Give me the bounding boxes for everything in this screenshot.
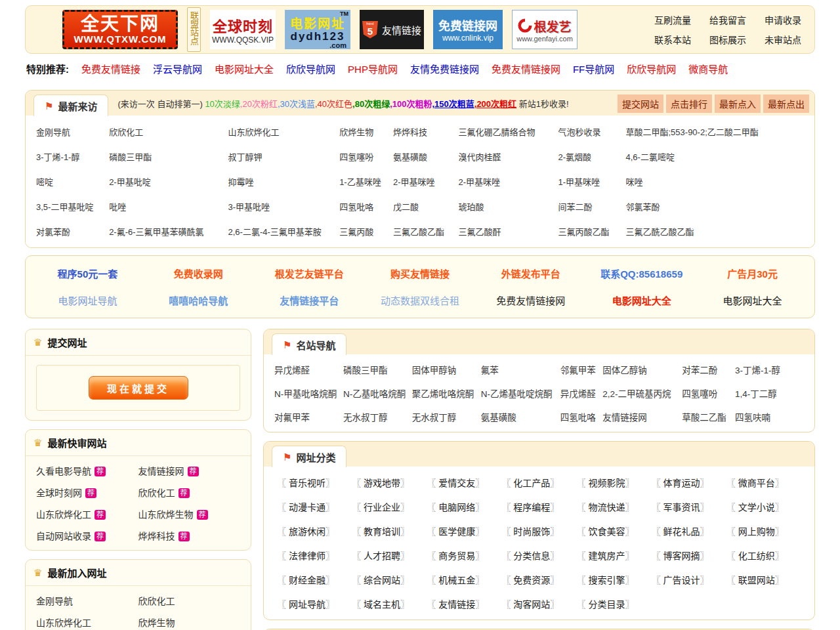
site-logo[interactable]: 全天下网 WWW.QTXW.COM <box>62 10 178 49</box>
fast-review-item[interactable]: 全球时刻网荐 <box>36 486 138 499</box>
famous-site-link[interactable]: N-乙烯基吡啶烷酮 <box>481 387 560 400</box>
category-link[interactable]: 〖 博客网摘〗 <box>652 549 726 562</box>
visitor-site-link[interactable]: 2-甲基吡啶 <box>109 173 228 190</box>
fast-review-item[interactable]: 自动网站收录荐 <box>36 529 138 542</box>
famous-site-link[interactable]: 聚乙烯吡咯烷酮 <box>412 387 481 400</box>
recommend-link[interactable]: 免费友情链接网 <box>492 62 560 75</box>
banner-genfayi[interactable]: 根发艺 www.genfayi.com <box>512 10 578 49</box>
visitor-site-link[interactable]: 三氟丙酸乙酯 <box>558 223 626 240</box>
visitor-site-link[interactable]: 2,6-二氯-4-三氟甲基苯胺 <box>228 223 339 240</box>
visitor-site-link[interactable]: 草酸二甲酯;553-90-2;乙二酸二甲酯 <box>626 123 805 140</box>
visitor-site-link[interactable]: 2-甲基咪唑 <box>393 173 458 190</box>
famous-site-link[interactable]: 异戊烯醛 <box>560 387 603 400</box>
visitor-site-link[interactable]: 1-乙基咪唑 <box>339 173 393 190</box>
tab-latest-visitors[interactable]: ⚑ 最新来访 <box>33 94 108 116</box>
visitor-site-link[interactable]: 三氟乙酸乙酯 <box>393 223 458 240</box>
newly-added-item[interactable]: 山东欣烨化工 <box>36 616 138 629</box>
ad-link[interactable]: 电影网址导航 <box>32 293 143 307</box>
famous-site-link[interactable]: 无水叔丁醇 <box>343 410 412 423</box>
category-link[interactable]: 〖 化工产品〗 <box>501 476 576 489</box>
recommend-link[interactable]: 欣欣导航网 <box>627 62 676 75</box>
visitor-site-link[interactable]: 三氟丙酸 <box>339 223 393 240</box>
category-link[interactable]: 〖 商务贸易〗 <box>427 549 501 562</box>
famous-site-link[interactable]: 四氢呋喃 <box>735 410 804 423</box>
famous-site-link[interactable]: 四氢吡咯 <box>560 410 603 423</box>
category-link[interactable]: 〖 友情链接〗 <box>427 597 501 610</box>
famous-site-link[interactable]: 1,4-丁二醇 <box>735 387 804 400</box>
visitors-nav-button[interactable]: 最新点入 <box>715 94 761 113</box>
visitor-site-link[interactable]: 琥珀酸 <box>458 198 558 215</box>
category-link[interactable]: 〖 网址导航〗 <box>277 597 352 610</box>
category-link[interactable]: 〖 音乐视听〗 <box>277 476 352 489</box>
header-link[interactable]: 互刷流量 <box>654 13 691 26</box>
visitor-site-link[interactable]: 3-丁烯-1-醇 <box>36 148 109 165</box>
ad-link[interactable]: 免费收录网 <box>143 266 254 280</box>
header-link[interactable]: 图标展示 <box>709 33 746 46</box>
category-link[interactable]: 〖 电脑网络〗 <box>427 500 501 513</box>
category-link[interactable]: 〖 鲜花礼品〗 <box>652 524 726 537</box>
category-link[interactable]: 〖 搜索引擎〗 <box>577 573 652 586</box>
category-link[interactable]: 〖 军事资讯〗 <box>652 500 726 513</box>
visitor-site-link[interactable]: 四氢吡咯 <box>339 198 393 215</box>
ad-link[interactable]: 电影网址大全 <box>697 293 808 307</box>
visitors-nav-button[interactable]: 提交网站 <box>618 94 663 113</box>
famous-site-link[interactable]: N-乙基吡咯烷酮 <box>343 387 412 400</box>
ad-link[interactable]: 友情链接平台 <box>254 293 365 307</box>
fast-review-item[interactable]: 欣欣化工荐 <box>138 486 241 499</box>
ad-link[interactable]: 程序50元一套 <box>32 266 143 280</box>
visitor-site-link[interactable]: 氨基磺酸 <box>393 148 458 165</box>
visitor-site-link[interactable]: 1-甲基咪唑 <box>558 173 626 190</box>
recommend-link[interactable]: 浮云导航网 <box>153 62 202 75</box>
visitor-site-link[interactable]: 2-氯烟酸 <box>558 148 626 165</box>
ad-link[interactable]: 根发艺友链平台 <box>254 266 365 280</box>
fast-review-item[interactable]: 烨烨科技荐 <box>138 529 241 542</box>
ad-link[interactable]: 购买友情链接 <box>365 266 476 280</box>
famous-site-link[interactable]: 友情链接网 <box>602 410 682 423</box>
fast-review-item[interactable]: 山东欣烨生物荐 <box>138 507 241 520</box>
newly-added-item[interactable]: 欣欣化工 <box>138 594 241 607</box>
visitor-site-link[interactable]: 三氟乙酰乙酸乙酯 <box>626 223 805 240</box>
visitor-site-link[interactable]: 溴代肉桂醛 <box>458 148 558 165</box>
famous-site-link[interactable]: N-甲基吡咯烷酮 <box>274 387 343 400</box>
visitor-site-link[interactable]: 烨烨科技 <box>393 123 458 140</box>
famous-site-link[interactable]: 异戊烯醛 <box>274 363 343 376</box>
category-link[interactable]: 〖 游戏地带〗 <box>352 476 427 489</box>
category-link[interactable]: 〖 域名主机〗 <box>352 597 427 610</box>
category-link[interactable]: 〖 免费资源〗 <box>501 573 576 586</box>
visitor-site-link[interactable]: 叔丁醇钾 <box>228 148 339 165</box>
famous-site-link[interactable]: 2,2-二甲硫基丙烷 <box>602 387 682 400</box>
visitor-site-link[interactable]: 2-氟-6-三氟甲基苯磺酰氯 <box>109 223 228 240</box>
category-link[interactable]: 〖 物流快递〗 <box>577 500 652 513</box>
category-link[interactable]: 〖 综合网站〗 <box>352 573 427 586</box>
ad-link[interactable]: 外链发布平台 <box>475 266 586 280</box>
recommend-link[interactable]: FF导航网 <box>573 62 614 75</box>
header-link[interactable]: 未审站点 <box>765 33 801 46</box>
category-link[interactable]: 〖 建筑房产〗 <box>577 549 652 562</box>
famous-site-link[interactable]: 固体甲醇钠 <box>412 363 481 376</box>
visitor-site-link[interactable]: 磷酸三甲酯 <box>109 148 228 165</box>
famous-site-link[interactable]: 对氟甲苯 <box>274 410 343 423</box>
visitor-site-link[interactable]: 3-甲基吡唑 <box>228 198 339 215</box>
tab-famous-sites[interactable]: ⚑ 名站导航 <box>272 333 346 355</box>
submit-now-button[interactable]: 现在就提交 <box>89 376 188 400</box>
visitor-site-link[interactable]: 戊二酸 <box>393 198 458 215</box>
visitor-site-link[interactable]: 气泡秒收录 <box>558 123 626 140</box>
category-link[interactable]: 〖 广告设计〗 <box>652 573 726 586</box>
famous-site-link[interactable]: 磷酸三甲酯 <box>343 363 412 376</box>
ad-link[interactable]: 电影网址大全 <box>586 293 697 307</box>
category-link[interactable]: 〖 微商平台〗 <box>726 476 801 489</box>
category-link[interactable]: 〖 机械五金〗 <box>427 573 501 586</box>
recommend-link[interactable]: 免费友情链接 <box>81 62 140 75</box>
ad-link[interactable]: 广告月30元 <box>697 266 808 280</box>
category-link[interactable]: 〖 动漫卡通〗 <box>277 500 352 513</box>
category-link[interactable]: 〖 文学小说〗 <box>726 500 801 513</box>
category-link[interactable]: 〖 人才招聘〗 <box>352 549 427 562</box>
category-link[interactable]: 〖 化工纺织〗 <box>726 549 801 562</box>
fast-review-item[interactable]: 山东欣烨化工荐 <box>36 507 138 520</box>
visitor-site-link[interactable]: 抑霉唑 <box>228 173 339 190</box>
visitor-site-link[interactable]: 三氟乙酸酐 <box>458 223 558 240</box>
category-link[interactable]: 〖 法律律师〗 <box>277 549 352 562</box>
category-link[interactable]: 〖 分类目录〗 <box>577 597 652 610</box>
category-link[interactable]: 〖 体育运动〗 <box>652 476 726 489</box>
visitor-site-link[interactable]: 吡唑 <box>109 198 228 215</box>
